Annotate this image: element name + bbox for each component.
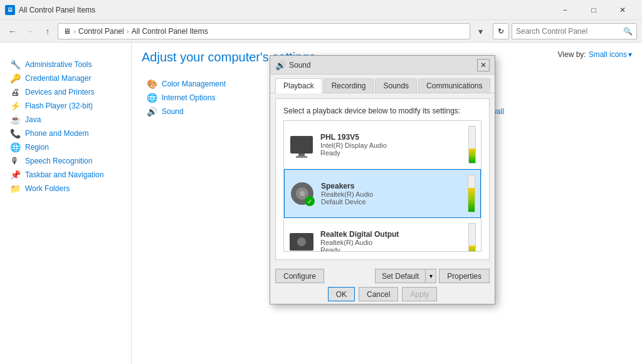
forward-button[interactable]: → <box>23 24 38 39</box>
title-bar-controls: − □ ✕ <box>550 0 637 20</box>
set-default-button[interactable]: Set Default <box>375 269 425 283</box>
set-default-button-group: Set Default ▾ <box>375 269 436 283</box>
sidebar-item-flash-player[interactable]: ⚡ Flash Player (32-bit) <box>0 99 131 113</box>
level-bar-phl <box>468 126 476 164</box>
maximize-button[interactable]: □ <box>579 0 608 20</box>
device-speakers-status: Default Device <box>321 198 461 205</box>
right-panel: Adjust your computer's settings View by:… <box>132 43 642 364</box>
digital-device-icon <box>289 229 314 252</box>
default-check-badge: ✓ <box>305 196 315 206</box>
device-item-phl193v5[interactable]: PHL 193V5 Intel(R) Display Audio Ready <box>284 121 481 169</box>
tab-playback[interactable]: Playback <box>275 78 322 93</box>
sidebar-item-java[interactable]: ☕ Java <box>0 113 131 127</box>
sidebar-item-taskbar-navigation[interactable]: 📌 Taskbar and Navigation <box>0 168 131 182</box>
device-list[interactable]: PHL 193V5 Intel(R) Display Audio Ready <box>283 120 482 252</box>
left-panel: 🔧 Administrative Tools 🔑 Credential Mana… <box>0 43 132 364</box>
address-bar: ← → ↑ 🖥 › Control Panel › All Control Pa… <box>0 20 642 43</box>
dialog-title-text: Sound <box>289 61 477 70</box>
speaker-device-icon: ✓ <box>290 181 315 206</box>
page-title <box>0 48 131 58</box>
footer-actions-row: Configure Set Default ▾ Properties <box>275 269 490 283</box>
tab-sounds[interactable]: Sounds <box>375 78 417 93</box>
color-management-icon: 🎨 <box>147 79 157 89</box>
level-bar-speakers <box>468 175 475 212</box>
dialog-footer: Configure Set Default ▾ Properties OK Ca… <box>270 265 495 304</box>
device-item-realtek-digital[interactable]: Realtek Digital Output Realtek(R) Audio … <box>284 218 481 252</box>
work-folders-icon: 📁 <box>10 184 20 194</box>
main-content: 🔧 Administrative Tools 🔑 Credential Mana… <box>0 43 642 364</box>
region-icon: 🌐 <box>10 142 20 152</box>
tab-bar: Playback Recording Sounds Communications <box>270 75 495 93</box>
sidebar-item-speech-recognition[interactable]: 🎙 Speech Recognition <box>0 154 131 168</box>
device-phl193v5-status: Ready <box>320 149 462 157</box>
title-bar: 🖥 All Control Panel Items − □ ✕ <box>0 0 642 20</box>
dialog-body: Select a playback device below to modify… <box>275 98 490 260</box>
speech-recognition-icon: 🎙 <box>10 156 20 166</box>
back-button[interactable]: ← <box>5 24 20 39</box>
device-speakers-name: Speakers <box>321 182 461 190</box>
view-by: View by: Small icons ▾ <box>558 50 633 59</box>
sidebar-item-work-folders[interactable]: 📁 Work Folders <box>0 182 131 195</box>
dialog-title-bar: 🔊 Sound ✕ <box>270 56 495 75</box>
configure-button[interactable]: Configure <box>275 269 324 283</box>
search-input[interactable] <box>516 27 621 36</box>
set-default-dropdown[interactable]: ▾ <box>425 269 436 283</box>
view-by-label: View by: <box>558 50 586 59</box>
sound-dialog-icon: 🔊 <box>275 60 285 70</box>
title-bar-icon: 🖥 <box>5 5 15 15</box>
credential-manager-icon: 🔑 <box>10 73 20 83</box>
taskbar-icon: 📌 <box>10 170 20 180</box>
search-box[interactable]: 🔍 <box>512 23 637 39</box>
search-icon: 🔍 <box>623 27 633 36</box>
title-bar-title: All Control Panel Items <box>19 6 550 14</box>
dropdown-button[interactable]: ▾ <box>473 24 488 39</box>
chevron-down-icon: ▾ <box>628 50 632 59</box>
flash-player-icon: ⚡ <box>10 101 20 111</box>
level-bar-realtek <box>468 223 476 252</box>
apply-button[interactable]: Apply <box>402 287 437 301</box>
sidebar-item-credential-manager[interactable]: 🔑 Credential Manager <box>0 71 131 85</box>
monitor-device-icon <box>289 132 314 157</box>
view-by-dropdown[interactable]: Small icons ▾ <box>589 50 632 59</box>
cancel-button[interactable]: Cancel <box>359 287 398 301</box>
tab-recording[interactable]: Recording <box>324 78 374 93</box>
refresh-button[interactable]: ↻ <box>493 23 509 39</box>
device-item-speakers[interactable]: ✓ Speakers Realtek(R) Audio Default Devi… <box>284 169 481 218</box>
device-realtek-info: Realtek Digital Output Realtek(R) Audio … <box>320 230 462 252</box>
device-phl193v5-name: PHL 193V5 <box>320 133 462 142</box>
device-realtek-status: Ready <box>320 246 462 252</box>
device-phl193v5-sub: Intel(R) Display Audio <box>320 142 462 149</box>
sound-icon: 🔊 <box>147 107 157 117</box>
administrative-tools-icon: 🔧 <box>10 60 20 70</box>
sidebar-item-phone-and-modem[interactable]: 📞 Phone and Modem <box>0 127 131 140</box>
device-speakers-sub: Realtek(R) Audio <box>321 190 461 198</box>
device-realtek-sub: Realtek(R) Audio <box>320 239 462 246</box>
internet-options-icon: 🌐 <box>147 93 157 103</box>
sidebar-item-administrative-tools[interactable]: 🔧 Administrative Tools <box>0 58 131 71</box>
device-phl193v5-info: PHL 193V5 Intel(R) Display Audio Ready <box>320 133 462 157</box>
properties-button[interactable]: Properties <box>439 269 490 283</box>
tab-communications[interactable]: Communications <box>418 78 490 93</box>
path-part-1: Control Panel <box>78 27 124 36</box>
grid-item-color-management[interactable]: 🎨 Color Management <box>142 77 267 91</box>
sound-dialog: 🔊 Sound ✕ Playback Recording Sounds Comm… <box>270 55 495 304</box>
device-speakers-info: Speakers Realtek(R) Audio Default Device <box>321 182 461 205</box>
view-by-value: Small icons <box>589 50 627 59</box>
sidebar-item-devices-and-printers[interactable]: 🖨 Devices and Printers <box>0 85 131 99</box>
minimize-button[interactable]: − <box>550 0 579 20</box>
up-button[interactable]: ↑ <box>40 24 55 39</box>
path-part-2: All Control Panel Items <box>132 27 208 36</box>
footer-confirm-row: OK Cancel Apply <box>275 287 490 301</box>
dialog-instruction: Select a playback device below to modify… <box>283 107 482 115</box>
grid-item-internet-options[interactable]: 🌐 Internet Options <box>142 91 267 105</box>
sidebar-item-region[interactable]: 🌐 Region <box>0 140 131 154</box>
grid-item-sound[interactable]: 🔊 Sound <box>142 105 267 118</box>
phone-modem-icon: 📞 <box>10 128 20 138</box>
devices-printers-icon: 🖨 <box>10 87 20 97</box>
dialog-close-button[interactable]: ✕ <box>477 59 490 71</box>
close-window-button[interactable]: ✕ <box>608 0 637 20</box>
device-realtek-name: Realtek Digital Output <box>320 230 462 239</box>
ok-button[interactable]: OK <box>328 287 355 301</box>
address-path[interactable]: 🖥 › Control Panel › All Control Panel It… <box>58 23 470 39</box>
java-icon: ☕ <box>10 115 20 125</box>
